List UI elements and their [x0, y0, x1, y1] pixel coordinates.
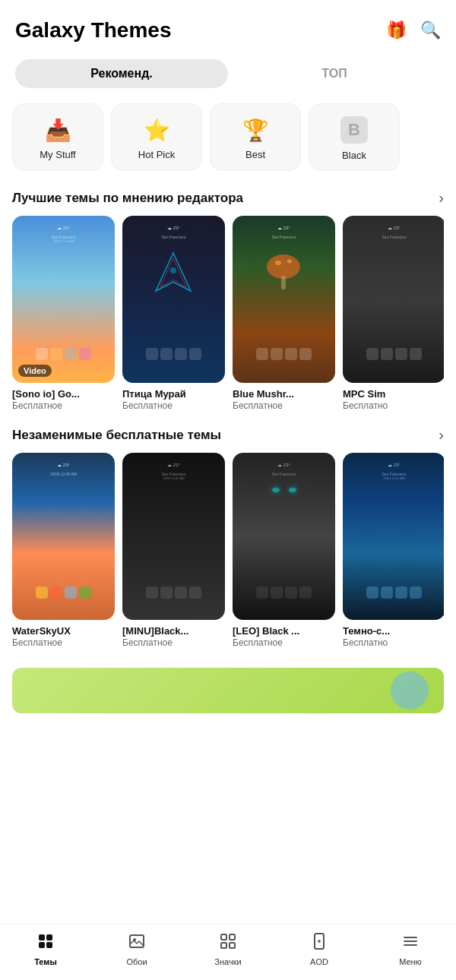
category-my-stuff[interactable]: 📥 My Stuff [12, 103, 103, 171]
theme-card-mpc[interactable]: ☁ 23° San Francisco MPC Sim Бесплатно [343, 216, 444, 411]
theme-price-watersky: Бесплатное [12, 637, 115, 648]
theme-thumb-watersky: ☁ 23° 24/09 12:45 AM [12, 453, 115, 620]
header: Galaxy Themes 🎁 🔍 [0, 0, 456, 52]
hot-pick-label: Hot Pick [138, 149, 175, 160]
theme-name-sono: [Sono io] Go... [12, 388, 115, 400]
section1-themes-row: ☁ 23° San Francisco 24/09 12:45 AM Video… [12, 216, 444, 420]
theme-card-bird[interactable]: ☁ 23° San Francisco [122, 216, 225, 411]
nav-themes[interactable]: Темы [23, 932, 68, 966]
svg-rect-16 [230, 943, 235, 948]
theme-thumb-dark-blue: ☁ 23° San Francisco 24/09 12:45 AM [343, 453, 444, 620]
header-actions: 🎁 🔍 [386, 21, 441, 40]
section1-header: Лучшие темы по мнению редактора › [12, 189, 444, 207]
menu-label: Меню [399, 957, 422, 966]
theme-price-mpc: Бесплатно [343, 400, 444, 411]
promo-circle [391, 672, 429, 710]
search-button[interactable]: 🔍 [420, 21, 441, 40]
theme-card-minu[interactable]: ☁ 23° San Francisco 24/09 12:45 AM [MINU… [122, 453, 225, 648]
black-icon: B [340, 116, 368, 144]
categories-row: 📥 My Stuff ⭐ Hot Pick 🏆 Best B Black [0, 99, 456, 183]
svg-rect-13 [221, 934, 226, 940]
theme-name-watersky: WaterSkyUX [12, 625, 115, 637]
theme-thumb-sono: ☁ 23° San Francisco 24/09 12:45 AM Video [12, 216, 115, 383]
section-free-themes: Незаменимые бесплатные темы › ☁ 23° 24/0… [0, 420, 456, 657]
svg-rect-15 [221, 943, 226, 948]
nav-menu[interactable]: Меню [388, 932, 433, 966]
section2-arrow[interactable]: › [439, 426, 444, 444]
theme-name-bird: Птица Мурай [122, 388, 225, 400]
theme-price-bird: Бесплатное [122, 400, 225, 411]
svg-rect-6 [281, 276, 286, 289]
theme-card-watersky[interactable]: ☁ 23° 24/09 12:45 AM WaterSkyUX Бесплатн… [12, 453, 115, 648]
category-black[interactable]: B Black [309, 103, 400, 171]
aod-label: AOD [310, 957, 328, 966]
theme-name-mushroom: Blue Mushr... [233, 388, 335, 400]
menu-icon [401, 932, 420, 955]
theme-price-sono: Бесплатное [12, 400, 115, 411]
wallpapers-icon [128, 932, 146, 955]
section2-themes-row: ☁ 23° 24/09 12:45 AM WaterSkyUX Бесплатн… [12, 453, 444, 657]
theme-name-mpc: MPC Sim [343, 388, 444, 400]
hot-pick-icon: ⭐ [144, 118, 170, 143]
svg-rect-11 [130, 935, 144, 947]
themes-icon [36, 932, 55, 955]
icons-nav-icon [219, 932, 237, 955]
theme-card-sono[interactable]: ☁ 23° San Francisco 24/09 12:45 AM Video… [12, 216, 115, 411]
theme-thumb-leo: ☁ 23° San Francisco [233, 453, 335, 620]
section1-title: Лучшие темы по мнению редактора [12, 191, 243, 206]
svg-rect-7 [39, 934, 45, 940]
black-label: Black [342, 150, 366, 161]
svg-point-2 [170, 267, 176, 273]
theme-name-minu: [MINU]Black... [122, 625, 225, 637]
nav-wallpapers[interactable]: Обои [114, 932, 160, 966]
gift-button[interactable]: 🎁 [386, 21, 407, 40]
wallpapers-label: Обои [126, 957, 147, 966]
svg-point-4 [275, 261, 281, 265]
nav-icons[interactable]: Значки [205, 932, 251, 966]
video-badge: Video [18, 365, 52, 377]
nav-aod[interactable]: AOD [296, 932, 342, 966]
theme-thumb-minu: ☁ 23° San Francisco 24/09 12:45 AM [122, 453, 225, 620]
theme-thumb-mushroom: ☁ 23° San Francisco [233, 216, 335, 383]
theme-price-leo: Бесплатное [233, 637, 335, 648]
svg-rect-8 [46, 934, 52, 940]
app-title: Galaxy Themes [15, 18, 171, 43]
svg-point-3 [267, 254, 300, 279]
theme-price-mushroom: Бесплатное [233, 400, 335, 411]
svg-point-5 [287, 259, 292, 263]
my-stuff-icon: 📥 [45, 118, 71, 143]
theme-price-minu: Бесплатное [122, 637, 225, 648]
best-label: Best [245, 149, 265, 160]
theme-name-leo: [LEO] Black ... [233, 625, 335, 637]
promo-banner[interactable] [12, 668, 444, 713]
theme-price-dark-blue: Бесплатно [343, 637, 444, 648]
icons-label: Значки [214, 957, 241, 966]
section-editors-pick: Лучшие темы по мнению редактора › ☁ 23° … [0, 183, 456, 420]
theme-name-dark-blue: Темно-с... [343, 625, 444, 637]
theme-card-dark-blue[interactable]: ☁ 23° San Francisco 24/09 12:45 AM Темно… [343, 453, 444, 648]
svg-rect-14 [230, 934, 235, 940]
theme-thumb-bird: ☁ 23° San Francisco [122, 216, 225, 383]
category-hot-pick[interactable]: ⭐ Hot Pick [111, 103, 202, 171]
best-icon: 🏆 [242, 118, 269, 143]
bottom-navigation: Темы Обои Значки [0, 924, 456, 980]
theme-card-leo[interactable]: ☁ 23° San Francisco [LEO] Black ... [233, 453, 335, 648]
themes-label: Темы [34, 957, 57, 966]
my-stuff-label: My Stuff [40, 149, 75, 160]
section2-header: Незаменимые бесплатные темы › [12, 426, 444, 444]
tab-recommend[interactable]: Рекоменд. [15, 59, 228, 88]
tab-top[interactable]: ТОП [228, 59, 441, 88]
tabs-bar: Рекоменд. ТОП [0, 52, 456, 99]
theme-thumb-mpc: ☁ 23° San Francisco [343, 216, 444, 383]
theme-card-mushroom[interactable]: ☁ 23° San Francisco [233, 216, 335, 411]
category-best[interactable]: 🏆 Best [210, 103, 301, 171]
svg-rect-9 [39, 942, 45, 948]
section2-title: Незаменимые бесплатные темы [12, 428, 221, 443]
aod-icon [310, 932, 328, 955]
section1-arrow[interactable]: › [439, 189, 444, 207]
svg-rect-10 [46, 942, 52, 948]
